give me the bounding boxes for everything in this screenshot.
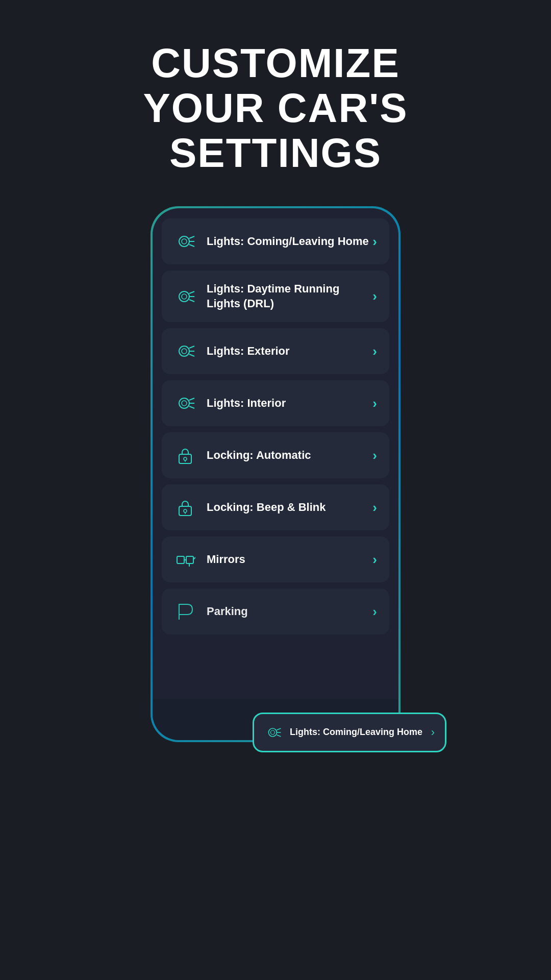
svg-line-11 (189, 346, 194, 348)
svg-point-24 (184, 509, 187, 512)
chevron-right-icon-6: › (372, 552, 377, 568)
phone-screen: Lights: Coming/Leaving Home › (153, 208, 398, 740)
chevron-right-icon-1: › (372, 288, 377, 304)
svg-line-3 (189, 244, 194, 247)
chevron-right-icon-2: › (372, 344, 377, 359)
menu-label-locking-automatic: Locking: Automatic (207, 448, 311, 463)
lock-auto-icon (174, 444, 196, 467)
svg-point-35 (270, 730, 274, 734)
svg-point-9 (182, 294, 187, 299)
menu-label-lights-coming-leaving: Lights: Coming/Leaving Home (207, 234, 369, 249)
chevron-right-icon-5: › (372, 500, 377, 516)
headlight-exterior-icon (174, 340, 196, 362)
svg-line-16 (189, 398, 194, 400)
tooltip-headlight-icon (264, 723, 283, 742)
svg-line-18 (189, 406, 194, 408)
menu-label-lights-interior: Lights: Interior (207, 396, 286, 411)
menu-label-locking-beep: Locking: Beep & Blink (207, 500, 325, 515)
menu-item-locking-automatic[interactable]: Locking: Automatic › (162, 432, 389, 478)
menu-item-parking[interactable]: Parking › (162, 589, 389, 634)
menu-item-lights-coming-leaving[interactable]: Lights: Coming/Leaving Home › (162, 218, 389, 264)
svg-point-21 (184, 457, 187, 460)
menu-list: Lights: Coming/Leaving Home › (162, 218, 389, 634)
svg-rect-20 (179, 454, 191, 463)
svg-point-15 (179, 398, 189, 408)
svg-line-13 (189, 354, 194, 356)
phone-frame: Lights: Coming/Leaving Home › (151, 206, 400, 742)
page-title: CUSTOMIZE YOUR CAR'S SETTINGS (0, 0, 551, 206)
menu-item-lights-drl[interactable]: Lights: Daytime Running Lights (DRL) › (162, 271, 389, 322)
menu-label-mirrors: Mirrors (207, 552, 245, 567)
svg-line-34 (277, 735, 281, 737)
svg-rect-26 (177, 556, 184, 564)
svg-line-32 (277, 728, 281, 730)
tooltip-card[interactable]: Lights: Coming/Leaving Home › (253, 713, 446, 752)
svg-point-19 (182, 401, 187, 406)
lock-beep-icon (174, 496, 196, 519)
tooltip-label: Lights: Coming/Leaving Home (290, 726, 422, 738)
svg-line-8 (189, 300, 194, 302)
chevron-right-icon-7: › (372, 604, 377, 620)
svg-point-4 (182, 239, 187, 244)
menu-item-locking-beep[interactable]: Locking: Beep & Blink › (162, 484, 389, 530)
menu-item-lights-interior[interactable]: Lights: Interior › (162, 380, 389, 426)
menu-label-lights-drl: Lights: Daytime Running Lights (DRL) (207, 282, 372, 311)
svg-rect-23 (179, 506, 191, 516)
headlight-icon (174, 230, 196, 253)
svg-line-6 (189, 291, 194, 293)
parking-icon (174, 600, 196, 623)
svg-line-1 (189, 236, 194, 238)
menu-item-mirrors[interactable]: Mirrors › (162, 536, 389, 582)
svg-point-5 (179, 291, 189, 302)
svg-point-10 (179, 346, 189, 356)
svg-point-14 (182, 349, 187, 354)
svg-rect-27 (186, 556, 193, 564)
menu-label-lights-exterior: Lights: Exterior (207, 344, 290, 359)
menu-label-parking: Parking (207, 604, 248, 619)
phone-mockup: Lights: Coming/Leaving Home › (151, 206, 400, 742)
chevron-right-icon-3: › (372, 396, 377, 411)
tooltip-chevron-icon: › (431, 726, 435, 739)
svg-point-31 (268, 728, 277, 737)
headlight-drl-icon (174, 285, 196, 308)
chevron-right-icon-4: › (372, 448, 377, 463)
menu-item-lights-exterior[interactable]: Lights: Exterior › (162, 328, 389, 374)
chevron-right-icon-0: › (372, 234, 377, 250)
svg-point-0 (179, 236, 189, 247)
headlight-interior-icon (174, 392, 196, 414)
mirror-icon (174, 548, 196, 571)
